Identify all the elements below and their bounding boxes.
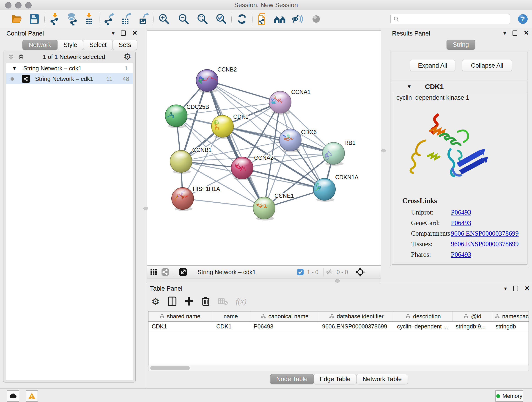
network-node-CDK1[interactable]: CDK1 — [209, 114, 249, 139]
panel-splitter-handle[interactable] — [143, 207, 148, 210]
chevron-down-icon[interactable]: ▾ — [504, 286, 507, 291]
import-network-from-database-icon[interactable] — [65, 13, 78, 26]
save-session-icon[interactable] — [28, 13, 41, 26]
cloud-button[interactable] — [7, 390, 19, 402]
close-panel-icon[interactable]: ✕ — [132, 30, 138, 36]
network-selection-status: 1 of 1 Network selected — [25, 53, 123, 61]
node-label-CDC25B: CDC25B — [186, 104, 209, 110]
fit-selected-crosshair-icon[interactable] — [355, 267, 365, 277]
column-header-shared-name[interactable]: shared name — [148, 312, 211, 321]
tab-node-table[interactable]: Node Table — [270, 374, 314, 384]
network-node-CCNA1[interactable]: CCNA1 — [264, 89, 311, 115]
float-panel-icon[interactable] — [513, 286, 518, 291]
chevron-down-icon[interactable]: ▾ — [503, 31, 506, 36]
import-network-icon[interactable] — [49, 13, 61, 26]
table-row[interactable]: CDK1 CDK1 P06493 9606.ENSP00000378699 cy… — [148, 322, 529, 332]
export-table-icon[interactable] — [120, 13, 133, 26]
houses-icon[interactable] — [273, 13, 286, 26]
horizontal-splitter-handle[interactable] — [335, 279, 340, 283]
collection-count: 1 — [125, 65, 128, 72]
import-table-icon[interactable] — [82, 13, 95, 26]
expand-all-button[interactable]: Expand All — [410, 60, 455, 71]
tab-style[interactable]: Style — [57, 40, 83, 50]
scrollbar-thumb[interactable] — [150, 366, 190, 370]
status-bar: Memory — [0, 389, 532, 402]
tab-string[interactable]: String — [447, 40, 475, 50]
hide-selected-eye-icon[interactable] — [291, 13, 304, 26]
panel-splitter-handle[interactable] — [381, 149, 386, 153]
search-input[interactable] — [399, 16, 507, 22]
open-session-icon[interactable] — [10, 13, 23, 26]
expand-all-icon[interactable] — [18, 54, 25, 60]
show-all-eye-icon[interactable] — [310, 13, 323, 26]
tab-sets[interactable]: Sets — [113, 40, 137, 50]
crosslinks-section: CrossLinks Uniprot:P06493 GeneCard:P0649… — [393, 197, 526, 205]
network-view-icon[interactable] — [161, 268, 169, 276]
delete-table-icon-disabled — [218, 297, 228, 306]
protein-section-header[interactable]: ▼ CDK1 — [392, 81, 527, 92]
column-header-description[interactable]: description — [394, 312, 452, 321]
zoom-out-icon[interactable] — [177, 13, 190, 26]
close-panel-icon[interactable]: ✕ — [524, 30, 529, 36]
column-header-canonical-name[interactable]: canonical name — [250, 312, 319, 321]
zoom-fit-icon[interactable] — [196, 13, 209, 26]
horizontal-scrollbar[interactable] — [148, 365, 529, 371]
warnings-button[interactable] — [26, 390, 38, 402]
column-header-name[interactable]: name — [211, 312, 250, 321]
selected-checkbox-icon[interactable] — [297, 269, 304, 275]
network-label: String Network – cdk1 — [35, 75, 106, 83]
zoom-in-icon[interactable] — [158, 13, 171, 26]
network-collection-row[interactable]: ▼ String Network – cdk1 1 — [6, 63, 133, 73]
gear-icon[interactable]: ⚙ — [123, 52, 131, 61]
collapse-section-icon[interactable]: ▼ — [407, 84, 412, 89]
network-view-title: String Network – cdk1 — [197, 269, 256, 276]
tab-edge-table[interactable]: Edge Table — [313, 374, 357, 384]
search-input-wrap — [390, 14, 510, 24]
crosslink-link[interactable]: P06493 — [451, 219, 471, 227]
show-columns-icon[interactable] — [167, 296, 177, 306]
delete-column-trash-icon[interactable] — [201, 296, 210, 306]
refresh-icon[interactable] — [235, 13, 248, 26]
add-column-icon[interactable] — [184, 296, 194, 306]
column-header-database-identifier[interactable]: database identifier — [319, 312, 394, 321]
float-panel-icon[interactable] — [121, 31, 126, 36]
new-network-from-selection-icon[interactable] — [256, 13, 269, 26]
results-panel-title: Results Panel — [392, 30, 430, 37]
node-label-CDC6: CDC6 — [301, 129, 317, 135]
network-node-CDKN1A[interactable]: CDKN1A — [308, 174, 358, 202]
collapse-all-icon[interactable] — [7, 54, 14, 60]
network-row-selected[interactable]: String Network – cdk1 11 48 — [6, 73, 133, 84]
column-header-namespace[interactable]: namespac — [492, 312, 529, 321]
node-label-CCNB1: CCNB1 — [192, 147, 212, 153]
network-node-CCNA2[interactable]: CCNA2 — [231, 154, 273, 180]
grid-view-icon[interactable] — [150, 268, 157, 276]
network-node-HIST1H1A[interactable]: HIST1H1A — [171, 186, 220, 211]
network-edge-CCNB2-CCNA1[interactable] — [207, 80, 280, 102]
close-panel-icon[interactable]: ✕ — [525, 285, 530, 292]
crosslink-link[interactable]: 9606.ENSP00000378699 — [451, 230, 519, 237]
crosslink-link[interactable]: P06493 — [451, 251, 471, 258]
zoom-selected-icon[interactable] — [215, 13, 228, 26]
export-network-icon[interactable] — [103, 13, 116, 26]
chevron-down-icon[interactable]: ▾ — [112, 31, 114, 36]
node-label-CCNE1: CCNE1 — [274, 192, 294, 199]
node-label-CCNA2: CCNA2 — [254, 154, 273, 161]
tab-network[interactable]: Network — [22, 40, 57, 50]
export-image-icon[interactable] — [137, 13, 150, 26]
table-gear-icon[interactable]: ⚙ — [152, 297, 160, 306]
tab-select[interactable]: Select — [83, 40, 113, 50]
collapse-all-button[interactable]: Collapse All — [462, 60, 512, 71]
column-header-id[interactable]: @id — [452, 312, 492, 321]
tree-expand-icon[interactable]: ▼ — [12, 65, 17, 71]
results-panel: Results Panel ▾ ✕ String Expand All Coll… — [381, 28, 532, 283]
network-edge-HIST1H1A-CCNE1[interactable] — [183, 198, 264, 208]
network-canvas[interactable]: CCNB2CCNA1CDC25BCDK1CDC6RB1CCNB1CCNA2CDK… — [147, 31, 381, 266]
help-icon[interactable]: ? — [516, 13, 529, 26]
crosslink-link[interactable]: P06493 — [451, 209, 471, 216]
network-node-RB1[interactable]: RB1 — [323, 140, 355, 166]
crosslink-link[interactable]: 9606.ENSP00000378699 — [451, 240, 519, 248]
detach-view-icon[interactable] — [179, 268, 187, 276]
float-panel-icon[interactable] — [513, 31, 517, 36]
memory-button[interactable]: Memory — [495, 390, 523, 402]
tab-network-table[interactable]: Network Table — [356, 374, 408, 384]
